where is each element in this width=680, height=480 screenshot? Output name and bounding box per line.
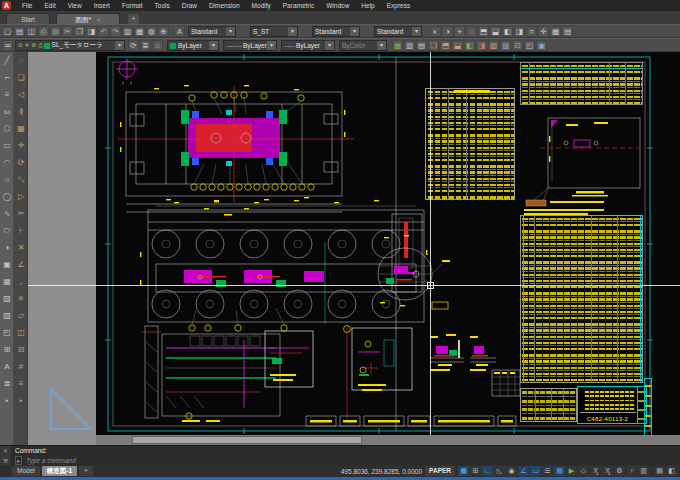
layer-tool-icon[interactable]: ⟳ (128, 40, 139, 51)
toolbar-icon[interactable]: ❏ (428, 40, 439, 51)
menu-item[interactable]: Help (355, 0, 380, 11)
status-toggle-icon[interactable]: ▶ (566, 466, 577, 476)
toolbar-icon[interactable]: ◍ (146, 26, 157, 37)
command-input[interactable]: ▸Type a command (15, 456, 76, 465)
draw-tool-icon[interactable]: ◠ (0, 154, 14, 171)
toolbar-icon[interactable]: ◌ (466, 26, 477, 37)
status-toggle-icon[interactable]: ◉ (506, 466, 517, 476)
menu-item[interactable]: Express (381, 0, 416, 11)
toolbar-icon[interactable]: ▨ (500, 40, 511, 51)
draw-tool-icon[interactable]: ◰ (0, 324, 14, 341)
status-toggle-icon[interactable]: ▤ (654, 466, 665, 476)
layer-dropdown[interactable]: ⊙☀⊘⎙ SL_モータローラ ▾ (15, 40, 125, 51)
draw-tool-icon[interactable]: ≣ (0, 375, 14, 392)
draw-tool-icon[interactable]: ▣ (0, 256, 14, 273)
draw-tool-icon[interactable]: ╱ (0, 52, 14, 69)
draw-tool-icon[interactable]: ⌐ (0, 69, 14, 86)
layer-tool-icon[interactable]: ⌂ (152, 40, 163, 51)
menu-item[interactable]: View (62, 0, 88, 11)
annotation-style-dropdown[interactable]: S_ST▾ (250, 26, 298, 37)
plot-style-dropdown[interactable]: ByColor▾ (339, 40, 387, 51)
status-toggle-icon[interactable]: ◇ (578, 466, 589, 476)
toolbar-icon[interactable]: ▥ (122, 26, 133, 37)
toolbar-icon[interactable]: ◑ (442, 26, 453, 37)
toolbar-icon[interactable]: ◨ (86, 26, 97, 37)
draw-tool-icon[interactable]: ≡ (0, 86, 14, 103)
modify-tool-icon[interactable]: ≡ (14, 375, 28, 392)
toolbar-icon[interactable]: ▢ (2, 26, 13, 37)
toolbar-icon[interactable]: ↷ (110, 26, 121, 37)
modify-tool-icon[interactable]: ✕ (14, 239, 28, 256)
modify-tool-icon[interactable]: ◫ (14, 324, 28, 341)
menu-item[interactable]: Insert (88, 0, 116, 11)
tab-start[interactable]: Start (6, 13, 50, 24)
draw-tool-icon[interactable]: ▧ (0, 290, 14, 307)
toolbar-icon[interactable]: ◨ (514, 26, 525, 37)
toolbar-icon[interactable]: ▦ (392, 40, 403, 51)
toolbar-icon[interactable]: ▧ (488, 40, 499, 51)
layer-properties-icon[interactable]: ≔ (2, 40, 13, 51)
modify-tool-icon[interactable]: ▪ (14, 392, 28, 409)
draw-tool-icon[interactable]: ◑ (0, 239, 14, 256)
autocad-logo-icon[interactable]: A (2, 1, 11, 10)
toolbar-icon[interactable]: ↶ (98, 26, 109, 37)
status-toggle-icon[interactable]: ∟ (482, 466, 493, 476)
style-icon[interactable]: A (174, 26, 185, 37)
menu-item[interactable]: File (16, 0, 38, 11)
modify-tool-icon[interactable]: ✛ (14, 137, 28, 154)
toolbar-icon[interactable]: ▦ (550, 26, 561, 37)
draw-tool-icon[interactable]: ⬭ (0, 222, 14, 239)
toolbar-icon[interactable]: ⊡ (512, 40, 523, 51)
status-toggle-icon[interactable]: ◧ (666, 466, 677, 476)
draw-tool-icon[interactable]: ○ (0, 171, 14, 188)
modify-tool-icon[interactable]: ⤡ (14, 171, 28, 188)
menu-item[interactable]: Window (320, 0, 355, 11)
menu-item[interactable]: Dimension (203, 0, 246, 11)
status-toggle-icon[interactable]: Ӽ (590, 466, 601, 476)
new-tab-button[interactable]: + (128, 14, 139, 24)
coordinates-display[interactable]: 495.8036, 239.8285, 0.0000 (341, 468, 422, 475)
lineweight-dropdown[interactable]: —— ByLayer▾ (281, 40, 335, 51)
table-style-dropdown[interactable]: Standard▾ (374, 26, 422, 37)
toolbar-icon[interactable]: ⬒ (440, 40, 451, 51)
text-style-dropdown[interactable]: Standard▾ (188, 26, 236, 37)
status-toggle-icon[interactable]: ◺ (494, 466, 505, 476)
draw-tool-icon[interactable]: ▦ (0, 273, 14, 290)
toolbar-icon[interactable]: ◫ (26, 26, 37, 37)
toolbar-icon[interactable]: ◐ (430, 26, 441, 37)
menu-item[interactable]: Modify (246, 0, 277, 11)
menu-item[interactable]: Edit (38, 0, 61, 11)
toolbar-icon[interactable]: ◧ (464, 40, 475, 51)
draw-tool-icon[interactable]: ▭ (0, 137, 14, 154)
draw-tool-icon[interactable]: ∿ (0, 205, 14, 222)
modify-tool-icon[interactable]: ⊟ (14, 341, 28, 358)
toolbar-icon[interactable]: ▤ (14, 26, 25, 37)
toolbar-icon[interactable]: ◧ (502, 26, 513, 37)
modify-tool-icon[interactable]: ◞ (14, 273, 28, 290)
toolbar-icon[interactable]: ✂ (62, 26, 73, 37)
menu-item[interactable]: Format (116, 0, 149, 11)
modify-tool-icon[interactable]: ▷ (14, 188, 28, 205)
toolbar-icon[interactable]: ◨ (476, 40, 487, 51)
toolbar-icon[interactable]: ◎ (50, 26, 61, 37)
toolbar-icon[interactable]: ⎙ (38, 26, 49, 37)
modify-tool-icon[interactable]: # (14, 358, 28, 375)
modify-tool-icon[interactable]: ✳ (14, 290, 28, 307)
paper-model-toggle[interactable]: PAPER (425, 466, 455, 476)
toolbar-icon[interactable]: ▦ (134, 26, 145, 37)
layer-tool-icon[interactable]: ≣ (140, 40, 151, 51)
scrollbar-thumb[interactable] (132, 436, 362, 444)
close-icon[interactable]: ✕ (0, 446, 11, 456)
modify-tool-icon[interactable]: ◌ (14, 52, 28, 69)
draw-tool-icon[interactable]: ◯ (0, 188, 14, 205)
toolbar-icon[interactable]: ⌗ (526, 26, 537, 37)
status-toggle-icon[interactable]: ▤ (554, 466, 565, 476)
toolbar-icon[interactable]: ✛ (538, 26, 549, 37)
status-toggle-icon[interactable]: ▭ (530, 466, 541, 476)
toolbar-icon[interactable]: ▤ (562, 26, 573, 37)
drawing-canvas[interactable]: C482-40113-2 (28, 52, 680, 445)
modify-tool-icon[interactable]: ✂ (14, 205, 28, 222)
tab-drawing[interactable]: 図面*× (56, 13, 120, 24)
toolbar-icon[interactable]: ⬓ (452, 40, 463, 51)
draw-tool-icon[interactable]: ⊞ (0, 341, 14, 358)
